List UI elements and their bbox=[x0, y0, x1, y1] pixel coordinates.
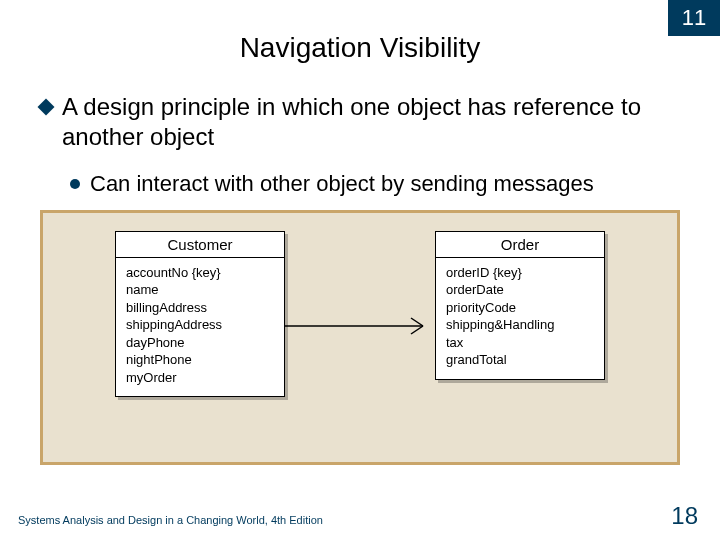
slide-title: Navigation Visibility bbox=[0, 32, 720, 64]
uml-attrs-left: accountNo {key} name billingAddress ship… bbox=[116, 258, 284, 397]
uml-attr: dayPhone bbox=[126, 334, 274, 352]
uml-class-customer: Customer accountNo {key} name billingAdd… bbox=[115, 231, 285, 398]
uml-attrs-right: orderID {key} orderDate priorityCode shi… bbox=[436, 258, 604, 379]
bullet-main-text: A design principle in which one object h… bbox=[62, 92, 680, 152]
uml-container: Customer accountNo {key} name billingAdd… bbox=[73, 231, 647, 411]
uml-attr: orderID {key} bbox=[446, 264, 594, 282]
uml-diagram-frame: Customer accountNo {key} name billingAdd… bbox=[40, 210, 680, 465]
uml-attr: myOrder bbox=[126, 369, 274, 387]
uml-attr: accountNo {key} bbox=[126, 264, 274, 282]
uml-attr: tax bbox=[446, 334, 594, 352]
uml-attr: orderDate bbox=[446, 281, 594, 299]
uml-attr: name bbox=[126, 281, 274, 299]
uml-attr: billingAddress bbox=[126, 299, 274, 317]
uml-class-order: Order orderID {key} orderDate priorityCo… bbox=[435, 231, 605, 380]
uml-attr: grandTotal bbox=[446, 351, 594, 369]
arrow-icon bbox=[285, 311, 435, 341]
chapter-number: 11 bbox=[682, 5, 706, 31]
diamond-bullet-icon bbox=[38, 99, 55, 116]
chapter-number-badge: 11 bbox=[668, 0, 720, 36]
uml-attr: shippingAddress bbox=[126, 316, 274, 334]
uml-attr: shipping&Handling bbox=[446, 316, 594, 334]
bullet-level-2: Can interact with other object by sendin… bbox=[70, 170, 680, 198]
footer-text: Systems Analysis and Design in a Changin… bbox=[18, 514, 323, 526]
uml-arrow-zone bbox=[285, 231, 435, 411]
bullet-sub-text: Can interact with other object by sendin… bbox=[90, 170, 594, 198]
bullet-level-1: A design principle in which one object h… bbox=[40, 92, 680, 152]
dot-bullet-icon bbox=[70, 179, 80, 189]
page-number: 18 bbox=[671, 502, 698, 530]
uml-class-name-right: Order bbox=[436, 232, 604, 258]
svg-line-2 bbox=[411, 326, 423, 334]
uml-attr: priorityCode bbox=[446, 299, 594, 317]
content-area: A design principle in which one object h… bbox=[40, 92, 680, 198]
svg-line-1 bbox=[411, 318, 423, 326]
uml-class-name-left: Customer bbox=[116, 232, 284, 258]
uml-attr: nightPhone bbox=[126, 351, 274, 369]
